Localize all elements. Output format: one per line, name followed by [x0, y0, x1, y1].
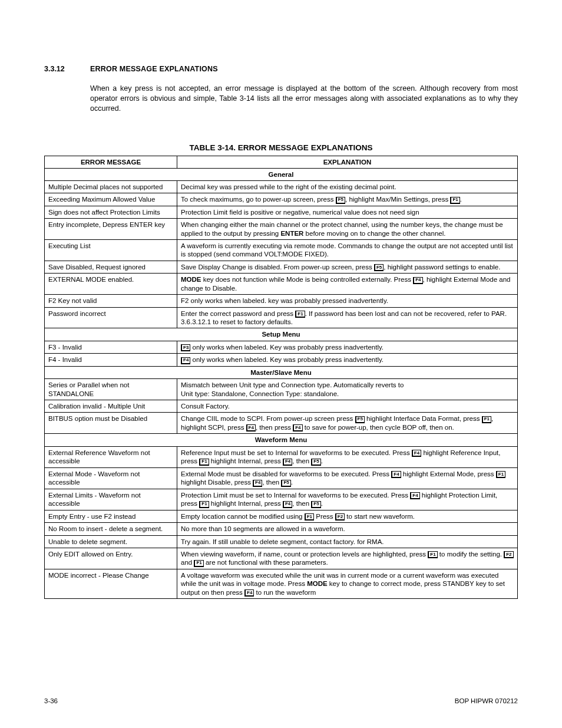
f1-key-icon: F1: [428, 551, 437, 558]
section-setup: Setup Menu: [45, 328, 518, 341]
col-explanation: EXPLANATION: [177, 156, 518, 168]
page-number: 3-36: [44, 697, 58, 704]
f4-key-icon: F4: [410, 492, 419, 499]
f1-key-icon: F1: [295, 311, 305, 318]
section-waveform: Waveform Menu: [45, 434, 518, 446]
section-general: General: [45, 168, 518, 180]
f4-key-icon: F4: [412, 450, 421, 457]
table-row: Multiple Decimal places not supported De…: [45, 181, 518, 193]
f4-key-icon: F4: [283, 459, 292, 466]
f4-key-icon: F4: [246, 424, 256, 431]
f1-key-icon: F1: [199, 459, 209, 466]
table-row: Sign does not affect Protection Limits P…: [45, 206, 518, 218]
f4-key-icon: F4: [283, 501, 292, 508]
table-row: Calibration invalid - Multiple Unit Cons…: [45, 400, 518, 412]
section-master: Master/Slave Menu: [45, 366, 518, 378]
f5-key-icon: F5: [311, 501, 320, 508]
table-row: Series or Parallel when not STANDALONE M…: [45, 379, 518, 400]
table-header-row: ERROR MESSAGE EXPLANATION: [45, 156, 518, 168]
f4-key-icon: F4: [391, 471, 401, 478]
table-row: F4 - Invalid F4 only works when labeled.…: [45, 354, 518, 367]
f1-key-icon: F1: [199, 501, 209, 508]
f4-key-icon: F4: [244, 589, 254, 597]
table-caption: TABLE 3-14. ERROR MESSAGE EXPLANATIONS: [44, 143, 518, 152]
table-row: Exceeding Maximum Allowed Value To check…: [45, 193, 518, 206]
table-row: Only EDIT allowed on Entry. When viewing…: [45, 548, 518, 569]
col-error-message: ERROR MESSAGE: [45, 156, 177, 168]
page: 3.3.12 ERROR MESSAGE EXPLANATIONS When a…: [0, 0, 562, 728]
table-row: External Mode - Waveform not accessible …: [45, 467, 518, 489]
doc-id: BOP HIPWR 070212: [455, 697, 518, 704]
table-row: Executing List A waveform is currently e…: [45, 240, 518, 261]
table-row: Unable to delete segment. Try again. If …: [45, 535, 518, 548]
f1-key-icon: F1: [450, 197, 459, 204]
error-table: ERROR MESSAGE EXPLANATION General Multip…: [44, 156, 518, 599]
intro-paragraph: When a key press is not accepted, an err…: [90, 84, 518, 114]
f5-key-icon: F5: [336, 197, 345, 204]
f5-key-icon: F5: [281, 480, 290, 487]
table-row: Empty Entry - use F2 instead Empty locat…: [45, 510, 518, 523]
f5-key-icon: F5: [311, 459, 320, 466]
f5-key-icon: F5: [355, 416, 365, 423]
table-row: EXTERNAL MODE enabled. MODE key does not…: [45, 274, 518, 295]
page-footer: 3-36 BOP HIPWR 070212: [44, 697, 518, 704]
f4-key-icon: F4: [253, 480, 262, 487]
table-row: Save Disabled, Request ignored Save Disp…: [45, 261, 518, 274]
f1-key-icon: F1: [496, 471, 505, 478]
section-heading: 3.3.12 ERROR MESSAGE EXPLANATIONS: [44, 65, 518, 73]
table-row: External Limits - Waveform not accessibl…: [45, 489, 518, 510]
f4-key-icon: F4: [413, 277, 422, 284]
table-row: MODE incorrect - Please Change A voltage…: [45, 569, 518, 598]
table-row: F2 Key not valid F2 only works when labe…: [45, 295, 518, 307]
f2-key-icon: F2: [335, 513, 345, 521]
f1-key-icon: F1: [482, 416, 491, 423]
section-number: 3.3.12: [44, 65, 90, 73]
table-row: F3 - Invalid F3 only works when labeled.…: [45, 341, 518, 354]
table-row: External Reference Waveform not accessib…: [45, 446, 518, 467]
table-row: Password incorrect Enter the correct pas…: [45, 307, 518, 328]
f4-key-icon: F4: [293, 424, 302, 431]
f1-key-icon: F1: [194, 560, 203, 567]
table-row: No Room to insert - delete a segment. No…: [45, 523, 518, 535]
f4-key-icon: F4: [181, 357, 190, 364]
table-row: Entry incomplete, Depress ENTER key When…: [45, 219, 518, 240]
table-row: BITBUS option must be Disabled Change CI…: [45, 413, 518, 434]
f3-key-icon: F3: [181, 344, 190, 351]
section-title: ERROR MESSAGE EXPLANATIONS: [90, 65, 218, 73]
f5-key-icon: F5: [374, 264, 384, 271]
f2-key-icon: F2: [504, 551, 513, 558]
f1-key-icon: F1: [305, 513, 314, 521]
